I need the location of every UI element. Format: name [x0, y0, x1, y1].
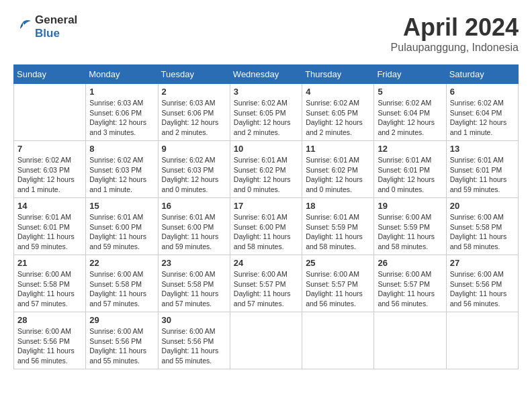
- weekday-header-friday: Friday: [374, 65, 446, 84]
- day-info: Sunrise: 6:02 AMSunset: 6:03 PMDaylight:…: [17, 155, 82, 195]
- title-block: April 2024 Pulaupanggung, Indonesia: [391, 13, 519, 54]
- calendar-cell: 29Sunrise: 6:00 AMSunset: 5:56 PMDayligh…: [86, 312, 158, 369]
- day-number: 7: [17, 144, 82, 154]
- day-info: Sunrise: 6:00 AMSunset: 5:58 PMDaylight:…: [17, 269, 82, 309]
- day-info: Sunrise: 6:03 AMSunset: 6:06 PMDaylight:…: [89, 98, 154, 138]
- day-number: 9: [162, 144, 226, 154]
- week-row-3: 14Sunrise: 6:01 AMSunset: 6:01 PMDayligh…: [14, 198, 519, 255]
- page-header: General Blue April 2024 Pulaupanggung, I…: [13, 13, 519, 54]
- logo-text: General Blue: [35, 13, 77, 40]
- day-info: Sunrise: 6:00 AMSunset: 5:58 PMDaylight:…: [162, 269, 226, 309]
- calendar-cell: 6Sunrise: 6:02 AMSunset: 6:04 PMDaylight…: [446, 84, 518, 141]
- day-info: Sunrise: 6:01 AMSunset: 6:00 PMDaylight:…: [234, 212, 298, 252]
- day-number: 8: [89, 144, 154, 154]
- calendar-cell: 24Sunrise: 6:00 AMSunset: 5:57 PMDayligh…: [230, 255, 302, 312]
- day-number: 6: [450, 87, 515, 97]
- day-number: 17: [234, 201, 298, 211]
- calendar-cell: 18Sunrise: 6:01 AMSunset: 5:59 PMDayligh…: [302, 198, 374, 255]
- day-info: Sunrise: 6:02 AMSunset: 6:05 PMDaylight:…: [234, 98, 298, 138]
- calendar-cell: 3Sunrise: 6:02 AMSunset: 6:05 PMDaylight…: [230, 84, 302, 141]
- month-title: April 2024: [391, 13, 519, 42]
- day-number: 29: [89, 315, 154, 325]
- week-row-5: 28Sunrise: 6:00 AMSunset: 5:56 PMDayligh…: [14, 312, 519, 369]
- calendar-cell: [14, 84, 86, 141]
- calendar-cell: 26Sunrise: 6:00 AMSunset: 5:57 PMDayligh…: [374, 255, 446, 312]
- day-number: 1: [89, 87, 154, 97]
- week-row-4: 21Sunrise: 6:00 AMSunset: 5:58 PMDayligh…: [14, 255, 519, 312]
- day-info: Sunrise: 6:00 AMSunset: 5:57 PMDaylight:…: [306, 269, 370, 309]
- calendar-cell: 7Sunrise: 6:02 AMSunset: 6:03 PMDaylight…: [14, 141, 86, 198]
- logo-bird-icon: [13, 19, 32, 34]
- day-number: 28: [17, 315, 82, 325]
- weekday-header-row: SundayMondayTuesdayWednesdayThursdayFrid…: [14, 65, 519, 84]
- calendar-cell: 14Sunrise: 6:01 AMSunset: 6:01 PMDayligh…: [14, 198, 86, 255]
- day-number: 26: [378, 258, 442, 268]
- calendar-cell: 22Sunrise: 6:00 AMSunset: 5:58 PMDayligh…: [86, 255, 158, 312]
- day-number: 11: [306, 144, 370, 154]
- week-row-2: 7Sunrise: 6:02 AMSunset: 6:03 PMDaylight…: [14, 141, 519, 198]
- weekday-header-saturday: Saturday: [446, 65, 518, 84]
- weekday-header-wednesday: Wednesday: [230, 65, 302, 84]
- day-info: Sunrise: 6:02 AMSunset: 6:03 PMDaylight:…: [162, 155, 226, 195]
- week-row-1: 1Sunrise: 6:03 AMSunset: 6:06 PMDaylight…: [14, 84, 519, 141]
- calendar-cell: 19Sunrise: 6:00 AMSunset: 5:59 PMDayligh…: [374, 198, 446, 255]
- weekday-header-monday: Monday: [86, 65, 158, 84]
- day-number: 20: [450, 201, 515, 211]
- day-info: Sunrise: 6:01 AMSunset: 6:00 PMDaylight:…: [162, 212, 226, 252]
- day-number: 24: [234, 258, 298, 268]
- day-number: 3: [234, 87, 298, 97]
- day-number: 19: [378, 201, 442, 211]
- day-number: 23: [162, 258, 226, 268]
- day-number: 13: [450, 144, 515, 154]
- day-info: Sunrise: 6:01 AMSunset: 5:59 PMDaylight:…: [306, 212, 370, 252]
- weekday-header-thursday: Thursday: [302, 65, 374, 84]
- day-number: 10: [234, 144, 298, 154]
- day-info: Sunrise: 6:00 AMSunset: 5:59 PMDaylight:…: [378, 212, 442, 252]
- calendar-cell: 5Sunrise: 6:02 AMSunset: 6:04 PMDaylight…: [374, 84, 446, 141]
- calendar-cell: 9Sunrise: 6:02 AMSunset: 6:03 PMDaylight…: [158, 141, 230, 198]
- day-info: Sunrise: 6:00 AMSunset: 5:56 PMDaylight:…: [162, 326, 226, 366]
- day-number: 22: [89, 258, 154, 268]
- day-number: 14: [17, 201, 82, 211]
- day-number: 18: [306, 201, 370, 211]
- day-info: Sunrise: 6:00 AMSunset: 5:58 PMDaylight:…: [450, 212, 515, 252]
- calendar-cell: 20Sunrise: 6:00 AMSunset: 5:58 PMDayligh…: [446, 198, 518, 255]
- day-info: Sunrise: 6:01 AMSunset: 6:01 PMDaylight:…: [450, 155, 515, 195]
- day-number: 25: [306, 258, 370, 268]
- calendar-cell: 25Sunrise: 6:00 AMSunset: 5:57 PMDayligh…: [302, 255, 374, 312]
- day-info: Sunrise: 6:01 AMSunset: 6:02 PMDaylight:…: [234, 155, 298, 195]
- calendar-cell: 16Sunrise: 6:01 AMSunset: 6:00 PMDayligh…: [158, 198, 230, 255]
- day-info: Sunrise: 6:03 AMSunset: 6:06 PMDaylight:…: [162, 98, 226, 138]
- day-number: 12: [378, 144, 442, 154]
- logo: General Blue: [13, 13, 77, 40]
- weekday-header-sunday: Sunday: [14, 65, 86, 84]
- calendar-cell: 30Sunrise: 6:00 AMSunset: 5:56 PMDayligh…: [158, 312, 230, 369]
- day-info: Sunrise: 6:01 AMSunset: 6:01 PMDaylight:…: [17, 212, 82, 252]
- day-number: 21: [17, 258, 82, 268]
- calendar-cell: 13Sunrise: 6:01 AMSunset: 6:01 PMDayligh…: [446, 141, 518, 198]
- day-info: Sunrise: 6:02 AMSunset: 6:03 PMDaylight:…: [89, 155, 154, 195]
- day-number: 4: [306, 87, 370, 97]
- calendar-cell: [302, 312, 374, 369]
- calendar-cell: [374, 312, 446, 369]
- day-number: 30: [162, 315, 226, 325]
- location: Pulaupanggung, Indonesia: [391, 42, 519, 54]
- calendar-cell: 17Sunrise: 6:01 AMSunset: 6:00 PMDayligh…: [230, 198, 302, 255]
- calendar-cell: 23Sunrise: 6:00 AMSunset: 5:58 PMDayligh…: [158, 255, 230, 312]
- day-number: 27: [450, 258, 515, 268]
- day-info: Sunrise: 6:00 AMSunset: 5:57 PMDaylight:…: [234, 269, 298, 309]
- calendar-cell: 11Sunrise: 6:01 AMSunset: 6:02 PMDayligh…: [302, 141, 374, 198]
- calendar-cell: 1Sunrise: 6:03 AMSunset: 6:06 PMDaylight…: [86, 84, 158, 141]
- calendar-cell: [230, 312, 302, 369]
- day-info: Sunrise: 6:02 AMSunset: 6:04 PMDaylight:…: [378, 98, 442, 138]
- day-number: 15: [89, 201, 154, 211]
- calendar-cell: 12Sunrise: 6:01 AMSunset: 6:01 PMDayligh…: [374, 141, 446, 198]
- day-info: Sunrise: 6:00 AMSunset: 5:56 PMDaylight:…: [450, 269, 515, 309]
- calendar-cell: 8Sunrise: 6:02 AMSunset: 6:03 PMDaylight…: [86, 141, 158, 198]
- calendar-cell: 2Sunrise: 6:03 AMSunset: 6:06 PMDaylight…: [158, 84, 230, 141]
- day-info: Sunrise: 6:00 AMSunset: 5:57 PMDaylight:…: [378, 269, 442, 309]
- day-info: Sunrise: 6:01 AMSunset: 6:00 PMDaylight:…: [89, 212, 154, 252]
- day-number: 16: [162, 201, 226, 211]
- day-info: Sunrise: 6:00 AMSunset: 5:56 PMDaylight:…: [89, 326, 154, 366]
- day-info: Sunrise: 6:00 AMSunset: 5:56 PMDaylight:…: [17, 326, 82, 366]
